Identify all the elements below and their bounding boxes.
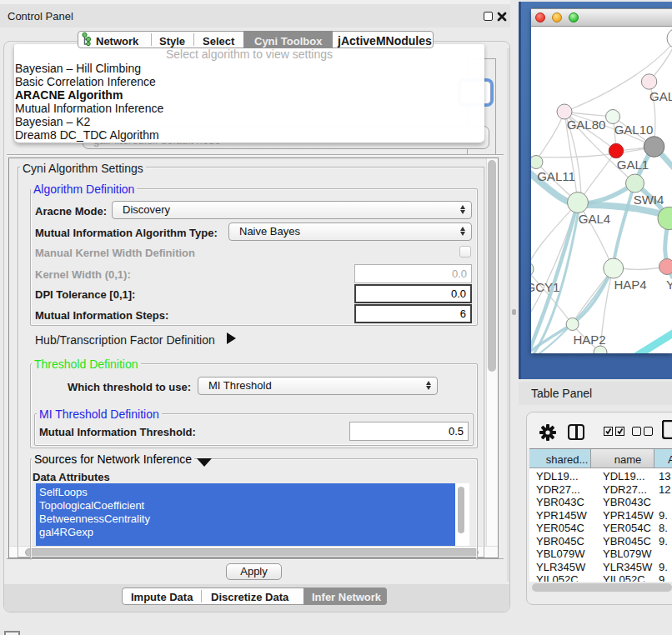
svg-text:GAL11: GAL11 [537, 169, 575, 183]
svg-text:HAP2: HAP2 [573, 332, 605, 347]
svg-text:GAL10: GAL10 [614, 122, 654, 137]
svg-text:GAL80: GAL80 [567, 118, 606, 132]
svg-text:GCY1: GCY1 [531, 280, 559, 294]
svg-text:GAL7: GAL7 [649, 89, 672, 103]
svg-text:YP: YP [666, 278, 672, 292]
svg-text:GAL4: GAL4 [579, 212, 610, 226]
svg-text:GAL1: GAL1 [617, 158, 649, 172]
svg-text:HAP4: HAP4 [614, 278, 646, 292]
svg-text:SWI4: SWI4 [634, 192, 664, 207]
